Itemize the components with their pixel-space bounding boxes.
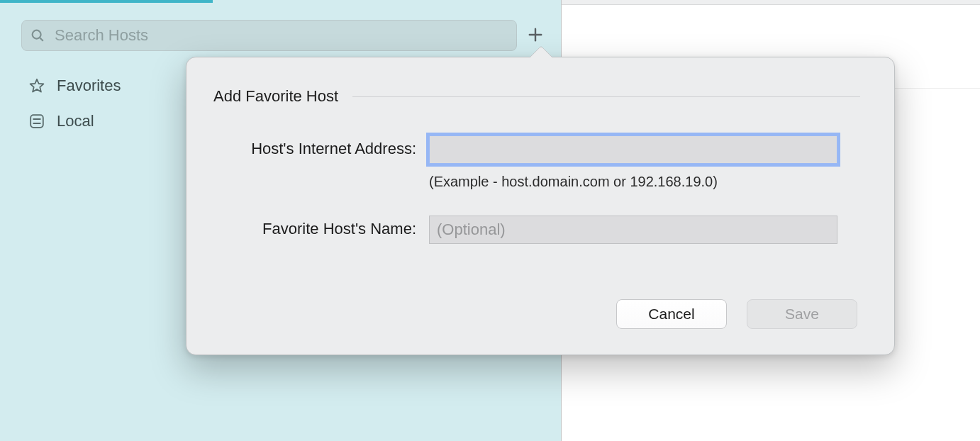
svg-line-1 [40, 38, 43, 41]
search-wrap [21, 20, 517, 51]
active-tab-indicator [0, 0, 213, 3]
search-input[interactable] [21, 20, 517, 51]
svg-rect-5 [30, 115, 43, 128]
address-label: Host's Internet Address: [213, 135, 429, 158]
save-button[interactable]: Save [747, 299, 857, 329]
add-favorite-host-popover: Add Favorite Host Host's Internet Addres… [186, 57, 895, 355]
add-host-button[interactable] [523, 23, 548, 48]
plus-icon [528, 27, 543, 45]
host-address-input[interactable] [429, 135, 837, 164]
address-example-text: (Example - host.domain.com or 192.168.19… [429, 174, 860, 190]
star-icon [28, 77, 45, 94]
form-row-address: Host's Internet Address: (Example - host… [213, 135, 860, 190]
cancel-button[interactable]: Cancel [616, 299, 727, 329]
divider-line [352, 96, 860, 97]
name-label: Favorite Host's Name: [213, 216, 429, 238]
popover-header: Add Favorite Host [213, 87, 860, 106]
database-icon [28, 113, 45, 130]
sidebar-item-label: Local [57, 112, 94, 130]
svg-point-0 [33, 30, 41, 39]
svg-marker-4 [30, 79, 44, 92]
popover-buttons: Cancel Save [213, 299, 860, 329]
sidebar-item-label: Favorites [57, 77, 121, 95]
search-icon [30, 28, 45, 43]
content-header-strip [562, 0, 980, 5]
host-name-input[interactable] [429, 216, 837, 244]
form-row-name: Favorite Host's Name: [213, 216, 860, 244]
sidebar-top [0, 3, 561, 64]
popover-title: Add Favorite Host [213, 87, 338, 106]
